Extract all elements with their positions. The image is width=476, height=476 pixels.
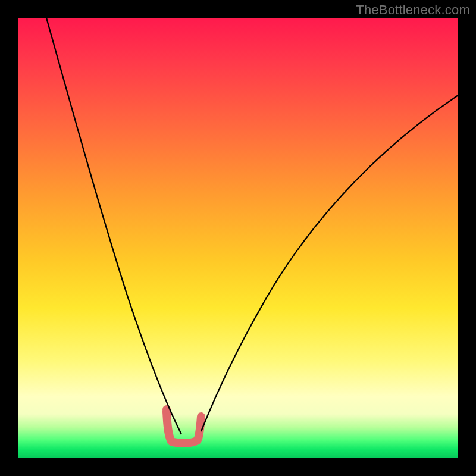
- bottleneck-curve-left: [46, 18, 181, 434]
- bottleneck-curve-svg: [18, 18, 458, 458]
- chart-root: TheBottleneck.com: [0, 0, 476, 476]
- optimal-marker: [167, 412, 201, 443]
- bottleneck-curve-right: [201, 95, 458, 431]
- watermark-text: TheBottleneck.com: [356, 2, 470, 18]
- plot-area: [18, 18, 458, 458]
